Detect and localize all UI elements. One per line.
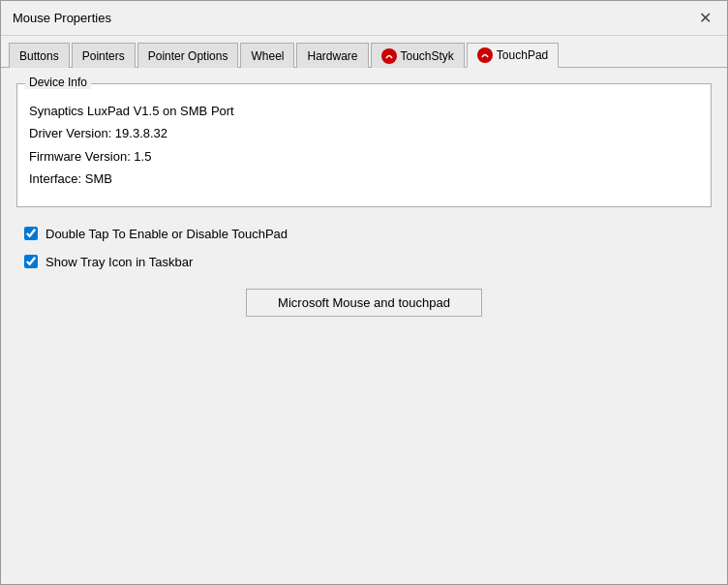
tab-pointer-options[interactable]: Pointer Options	[137, 43, 239, 68]
touchstyk-icon	[381, 48, 397, 64]
device-info-line-3: Firmware Version: 1.5	[29, 145, 699, 168]
tab-hardware[interactable]: Hardware	[296, 43, 368, 68]
tab-buttons-label: Buttons	[19, 49, 59, 63]
tab-pointer-options-label: Pointer Options	[148, 49, 228, 63]
device-info-content: Synaptics LuxPad V1.5 on SMB Port Driver…	[29, 100, 699, 191]
tab-pointers-label: Pointers	[82, 49, 125, 63]
device-info-line-2: Driver Version: 19.3.8.32	[29, 122, 699, 144]
window-title: Mouse Properties	[13, 11, 111, 25]
ms-button-section: Microsoft Mouse and touchpad	[16, 289, 712, 317]
tab-touchpad[interactable]: TouchPad	[467, 43, 559, 68]
tab-wheel-label: Wheel	[251, 49, 284, 63]
touchpad-icon	[477, 47, 493, 63]
device-info-line-4: Interface: SMB	[29, 168, 699, 190]
tab-content: Device Info Synaptics LuxPad V1.5 on SMB…	[1, 68, 727, 584]
mouse-properties-window: Mouse Properties ✕ Buttons Pointers Poin…	[0, 0, 728, 585]
tab-touchstyk-label: TouchStyk	[401, 49, 454, 63]
show-tray-row: Show Tray Icon in Taskbar	[16, 255, 712, 269]
tab-touchstyk[interactable]: TouchStyk	[371, 43, 465, 68]
ms-mouse-button[interactable]: Microsoft Mouse and touchpad	[246, 289, 482, 317]
show-tray-checkbox[interactable]	[24, 255, 38, 268]
checkboxes-section: Double Tap To Enable or Disable TouchPad…	[16, 227, 712, 269]
tab-touchpad-label: TouchPad	[497, 48, 548, 62]
tab-wheel[interactable]: Wheel	[240, 43, 294, 68]
tab-bar: Buttons Pointers Pointer Options Wheel H…	[1, 36, 727, 68]
close-button[interactable]: ✕	[694, 8, 715, 29]
tab-hardware-label: Hardware	[307, 49, 357, 63]
device-info-title: Device Info	[25, 76, 91, 89]
show-tray-label[interactable]: Show Tray Icon in Taskbar	[46, 255, 193, 269]
tab-buttons[interactable]: Buttons	[9, 43, 70, 68]
device-info-group: Device Info Synaptics LuxPad V1.5 on SMB…	[16, 83, 712, 207]
title-bar: Mouse Properties ✕	[1, 1, 727, 36]
tab-pointers[interactable]: Pointers	[72, 43, 136, 68]
double-tap-row: Double Tap To Enable or Disable TouchPad	[16, 227, 712, 241]
double-tap-checkbox[interactable]	[24, 227, 38, 240]
device-info-line-1: Synaptics LuxPad V1.5 on SMB Port	[29, 100, 699, 122]
double-tap-label[interactable]: Double Tap To Enable or Disable TouchPad	[46, 227, 288, 241]
